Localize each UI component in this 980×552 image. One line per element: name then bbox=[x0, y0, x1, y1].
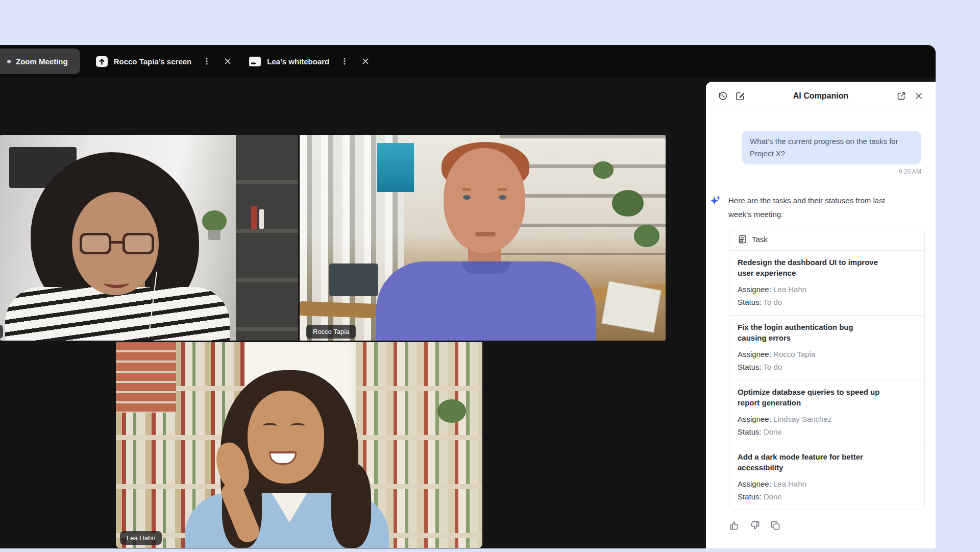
collar-shape bbox=[462, 261, 511, 274]
task-card: Task Redesign the dashboard UI to improv… bbox=[729, 228, 925, 510]
tab-label: Lea’s whiteboard bbox=[267, 57, 329, 66]
new-chat-icon[interactable] bbox=[731, 87, 749, 105]
plant-shape bbox=[202, 210, 227, 232]
close-tab-icon[interactable] bbox=[222, 56, 233, 67]
plant-shape bbox=[612, 190, 644, 217]
task-status: Status: To do bbox=[738, 296, 916, 308]
task-assignee: Assignee: Lindsay Sanchez bbox=[738, 413, 916, 425]
task-row: Add a dark mode feature for better acces… bbox=[729, 445, 924, 510]
task-status: Status: Done bbox=[738, 425, 916, 438]
face-shape bbox=[444, 148, 525, 253]
response-actions bbox=[727, 518, 936, 533]
participant-name: Rocco Tapia bbox=[306, 325, 356, 339]
task-title: Add a dark mode feature for better acces… bbox=[738, 451, 880, 473]
task-title: Optimize database queries to speed up re… bbox=[738, 387, 880, 408]
task-clipboard-icon bbox=[738, 234, 747, 244]
ai-chat-body: What’s the current progress on the tasks… bbox=[706, 110, 936, 533]
video-tile-lindsay[interactable]: ez bbox=[0, 135, 298, 341]
tab-label: Zoom Meeting bbox=[16, 57, 68, 66]
eye-shape bbox=[499, 195, 506, 200]
brick-wall-shape bbox=[116, 342, 176, 413]
tab-label: Rocco Tapia’s screen bbox=[114, 57, 192, 66]
window-tab-bar: Zoom Meeting Rocco Tapia’s screen Lea’s … bbox=[0, 45, 936, 78]
video-tile-rocco[interactable]: Rocco Tapia bbox=[300, 135, 666, 341]
kebab-menu-icon[interactable] bbox=[339, 56, 350, 67]
plant-pot-shape bbox=[208, 230, 220, 240]
tab-lea-whiteboard[interactable]: Lea’s whiteboard bbox=[249, 56, 371, 67]
task-title: Redesign the dashboard UI to improve use… bbox=[738, 257, 880, 278]
kebab-menu-icon[interactable] bbox=[201, 56, 212, 67]
thumbs-down-icon[interactable] bbox=[747, 518, 763, 533]
plant-shape bbox=[437, 399, 466, 423]
eyebrow-shape bbox=[462, 188, 471, 191]
pop-out-icon[interactable] bbox=[893, 87, 910, 105]
ai-sparkle-icon bbox=[709, 195, 721, 207]
participant-name: Lea Hahn bbox=[120, 531, 162, 545]
bookshelf-shape bbox=[236, 135, 298, 341]
smile-shape bbox=[104, 277, 129, 288]
mouth-shape bbox=[475, 232, 496, 236]
task-card-header: Task bbox=[729, 228, 924, 251]
book-spine-shape bbox=[251, 206, 257, 229]
tab-zoom-meeting[interactable]: Zoom Meeting bbox=[0, 49, 80, 74]
drafting-board-shape bbox=[601, 281, 661, 333]
face-shape bbox=[248, 391, 324, 484]
assistant-message: Here are the tasks and their statuses fr… bbox=[709, 194, 936, 221]
tab-rocco-screen[interactable]: Rocco Tapia’s screen bbox=[95, 56, 234, 67]
task-status: Status: Done bbox=[738, 490, 916, 503]
close-icon[interactable] bbox=[910, 87, 927, 105]
task-assignee: Assignee: Rocco Tapia bbox=[738, 348, 916, 361]
hair-strand-shape bbox=[331, 464, 371, 548]
video-tile-lea[interactable]: Lea Hahn bbox=[116, 342, 482, 548]
task-assignee: Assignee: Lea Hahn bbox=[738, 477, 916, 490]
active-dot-icon bbox=[7, 60, 11, 63]
thumbs-up-icon[interactable] bbox=[727, 518, 742, 533]
task-title: Fix the login authentication bug causing… bbox=[738, 322, 880, 343]
copy-icon[interactable] bbox=[768, 518, 783, 533]
eye-shape bbox=[290, 423, 305, 430]
ai-companion-panel: AI Companion What’s the current progress… bbox=[706, 82, 936, 548]
poster-shape bbox=[377, 143, 414, 192]
eye-shape bbox=[463, 195, 471, 200]
glasses-bridge-shape bbox=[109, 241, 125, 244]
assistant-message-text: Here are the tasks and their statuses fr… bbox=[728, 194, 897, 221]
close-tab-icon[interactable] bbox=[360, 56, 371, 67]
task-row: Fix the login authentication bug causing… bbox=[729, 316, 924, 380]
task-row: Redesign the dashboard UI to improve use… bbox=[729, 251, 924, 316]
glasses-shape bbox=[122, 233, 154, 254]
task-status: Status: To do bbox=[738, 361, 916, 373]
plant-shape bbox=[593, 161, 614, 179]
message-timestamp: 9:20 AM bbox=[706, 168, 921, 175]
book-spine-shape bbox=[259, 209, 264, 229]
participant-name-partial: ez bbox=[0, 325, 3, 339]
eye-shape bbox=[263, 423, 277, 430]
task-assignee: Assignee: Lea Hahn bbox=[738, 283, 916, 296]
task-row: Optimize database queries to speed up re… bbox=[729, 380, 924, 445]
ai-panel-header: AI Companion bbox=[706, 82, 936, 110]
task-card-title: Task bbox=[752, 235, 768, 244]
share-screen-icon bbox=[95, 56, 108, 67]
monitor-shape bbox=[329, 263, 378, 296]
glasses-shape bbox=[80, 233, 111, 254]
whiteboard-icon bbox=[249, 56, 261, 67]
user-message-bubble: What’s the current progress on the tasks… bbox=[742, 131, 921, 164]
history-icon[interactable] bbox=[714, 87, 731, 105]
eyebrow-shape bbox=[498, 188, 507, 191]
plant-shape bbox=[634, 225, 659, 247]
